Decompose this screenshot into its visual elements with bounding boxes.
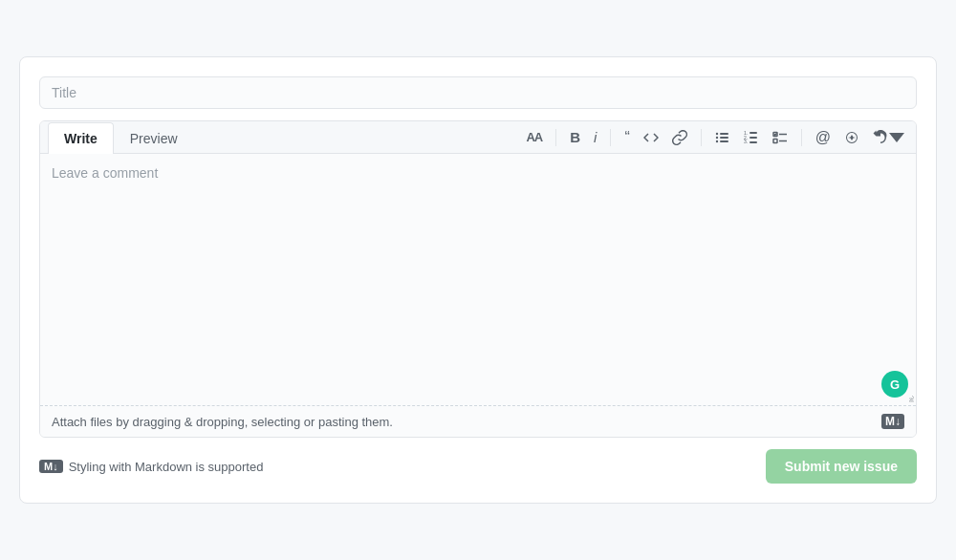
editor-tabs-toolbar: Write Preview AA B i “ [40,121,916,154]
markdown-badge: M↓ [39,460,63,473]
svg-point-4 [716,140,718,141]
svg-rect-13 [773,139,777,142]
code-icon[interactable] [640,128,663,147]
svg-rect-10 [750,137,757,139]
svg-rect-9 [750,132,757,134]
svg-point-2 [716,136,718,138]
markdown-icon-attach: M↓ [881,414,904,429]
footer: M↓ Styling with Markdown is supported Su… [39,449,917,484]
markdown-support: M↓ Styling with Markdown is supported [39,460,263,474]
editor-container: Write Preview AA B i “ [39,120,917,438]
resize-handle [904,394,914,403]
mention-icon[interactable]: @ [812,128,835,147]
tab-preview[interactable]: Preview [114,122,194,154]
markdown-support-text: Styling with Markdown is supported [69,460,264,474]
svg-text:3.: 3. [744,139,748,144]
italic-icon[interactable]: i [590,128,600,146]
quote-icon[interactable]: “ [620,128,633,147]
svg-marker-16 [848,135,856,140]
bold-icon[interactable]: B [566,128,584,146]
divider-4 [801,129,802,146]
toolbar-icons: AA B i “ [522,122,908,153]
ordered-list-icon[interactable]: 1. 2. 3. [740,128,763,147]
tab-write[interactable]: Write [48,122,114,154]
divider-2 [610,129,611,146]
comment-area: G [40,154,916,405]
link-icon[interactable] [668,128,691,147]
svg-rect-11 [750,141,757,143]
attach-bar: Attach files by dragging & dropping, sel… [40,405,916,437]
task-list-icon[interactable] [769,128,792,147]
unordered-list-icon[interactable] [711,128,734,147]
svg-line-17 [912,396,914,398]
editor-tabs: Write Preview [48,121,194,153]
divider-3 [701,129,702,146]
heading-icon[interactable]: AA [522,129,546,145]
submit-button[interactable]: Submit new issue [766,449,917,484]
saved-replies-icon[interactable] [840,128,863,147]
svg-rect-3 [720,137,728,139]
svg-rect-1 [720,133,728,135]
attach-text: Attach files by dragging & dropping, sel… [52,415,393,429]
title-input[interactable] [39,76,917,109]
comment-textarea[interactable] [40,154,916,402]
issue-form: Write Preview AA B i “ [19,56,937,504]
svg-rect-5 [720,140,728,142]
svg-point-0 [716,132,718,134]
divider-1 [555,129,556,146]
undo-icon[interactable] [869,128,908,147]
